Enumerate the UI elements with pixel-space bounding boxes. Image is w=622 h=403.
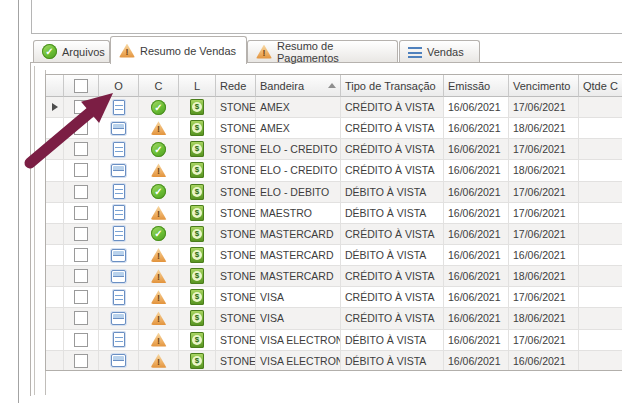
table-row[interactable]: STONE AMEX CRÉDITO À VISTA 16/06/2021 18… — [46, 118, 622, 139]
emissao-cell: 16/06/2021 — [444, 266, 509, 287]
tab-label: Arquivos — [62, 46, 105, 58]
tab-arquivos[interactable]: Arquivos — [33, 40, 110, 62]
header-c[interactable]: C — [139, 75, 179, 97]
emissao-cell: 16/06/2021 — [444, 160, 509, 181]
l-status-cell — [179, 139, 216, 160]
row-checkbox[interactable] — [74, 142, 88, 156]
money-icon — [190, 310, 204, 326]
tipo-cell: DÉBITO À VISTA — [341, 330, 444, 351]
row-checkbox-cell — [64, 97, 99, 118]
warning-icon — [151, 311, 167, 325]
qtde-cell — [579, 160, 622, 181]
tab-resumo-de-pagamentos[interactable]: Resumo de Pagamentos — [247, 40, 398, 62]
window-icon — [111, 249, 126, 262]
bandeira-cell: ELO - DEBITO — [256, 182, 341, 203]
qtde-cell — [579, 118, 622, 139]
header-indicator — [46, 75, 64, 97]
window-icon — [111, 164, 126, 177]
header-vencimento[interactable]: Vencimento — [509, 75, 579, 97]
warning-icon — [151, 333, 167, 347]
table-row[interactable]: STONE VISA CRÉDITO À VISTA 16/06/2021 17… — [46, 287, 622, 308]
row-checkbox[interactable] — [74, 100, 88, 114]
table-row[interactable]: STONE ELO - DEBITO DÉBITO À VISTA 16/06/… — [46, 182, 622, 203]
tipo-cell: CRÉDITO À VISTA — [341, 266, 444, 287]
table-row[interactable]: STONE MASTERCARD DÉBITO À VISTA 16/06/20… — [46, 245, 622, 266]
qtde-cell — [579, 266, 622, 287]
table-row[interactable]: STONE AMEX CRÉDITO À VISTA 16/06/2021 17… — [46, 97, 622, 118]
row-checkbox[interactable] — [74, 311, 88, 325]
header-bandeira[interactable]: Bandeira — [256, 75, 341, 97]
header-emissao[interactable]: Emissão — [444, 75, 509, 97]
table-row[interactable]: STONE MASTERCARD CRÉDITO À VISTA 16/06/2… — [46, 224, 622, 245]
emissao-cell: 16/06/2021 — [444, 308, 509, 329]
header-qtde[interactable]: Qtde C — [579, 75, 622, 97]
row-checkbox[interactable] — [74, 290, 88, 304]
row-checkbox[interactable] — [74, 333, 88, 347]
l-status-cell — [179, 308, 216, 329]
l-status-cell — [179, 330, 216, 351]
row-indicator-cell — [46, 224, 64, 245]
row-checkbox[interactable] — [74, 248, 88, 262]
money-icon — [190, 162, 204, 178]
rede-cell: STONE — [216, 118, 256, 139]
money-icon — [190, 99, 204, 115]
row-checkbox-cell — [64, 118, 99, 139]
tipo-cell: DÉBITO À VISTA — [341, 245, 444, 266]
warning-icon — [151, 248, 167, 262]
document-icon — [113, 332, 125, 347]
row-indicator-cell — [46, 203, 64, 224]
c-status-cell — [139, 266, 179, 287]
row-indicator-cell — [46, 118, 64, 139]
c-status-cell — [139, 182, 179, 203]
row-checkbox[interactable] — [74, 163, 88, 177]
table-row[interactable]: STONE ELO - CREDITO CRÉDITO À VISTA 16/0… — [46, 139, 622, 160]
header-rede[interactable]: Rede — [216, 75, 256, 97]
window-icon — [111, 354, 126, 367]
table-row[interactable]: STONE VISA ELECTRON DÉBITO À VISTA 16/06… — [46, 351, 622, 371]
tipo-cell: CRÉDITO À VISTA — [341, 160, 444, 181]
header-l[interactable]: L — [179, 75, 216, 97]
qtde-cell — [579, 203, 622, 224]
l-status-cell — [179, 97, 216, 118]
row-checkbox[interactable] — [74, 185, 88, 199]
table-row[interactable]: STONE VISA ELECTRON DÉBITO À VISTA 16/06… — [46, 330, 622, 351]
sort-ascending-icon — [328, 83, 336, 88]
o-status-cell — [99, 203, 139, 224]
rede-cell: STONE — [216, 245, 256, 266]
row-checkbox[interactable] — [74, 121, 88, 135]
tab-vendas[interactable]: Vendas — [399, 40, 480, 62]
table-row[interactable]: STONE VISA CRÉDITO À VISTA 16/06/2021 18… — [46, 308, 622, 329]
row-checkbox[interactable] — [74, 269, 88, 283]
vencimento-cell: 16/06/2021 — [509, 245, 579, 266]
select-all-checkbox[interactable] — [74, 79, 88, 93]
emissao-cell: 16/06/2021 — [444, 203, 509, 224]
header-tipo-de-transacao[interactable]: Tipo de Transação — [341, 75, 444, 97]
rede-cell: STONE — [216, 182, 256, 203]
table-row[interactable]: STONE ELO - CREDITO CRÉDITO À VISTA 16/0… — [46, 160, 622, 181]
check-circle-icon — [42, 44, 57, 59]
table-row[interactable]: STONE MASTERCARD CRÉDITO À VISTA 16/06/2… — [46, 266, 622, 287]
table-row[interactable]: STONE MAESTRO DÉBITO À VISTA 16/06/2021 … — [46, 203, 622, 224]
row-indicator-cell — [46, 266, 64, 287]
row-checkbox[interactable] — [74, 227, 88, 241]
header-select-all[interactable] — [64, 75, 99, 97]
rede-cell: STONE — [216, 160, 256, 181]
qtde-cell — [579, 287, 622, 308]
vencimento-cell: 18/06/2021 — [509, 266, 579, 287]
bandeira-cell: VISA — [256, 308, 341, 329]
tab-label: Resumo de Vendas — [140, 45, 236, 57]
ok-icon — [151, 226, 166, 241]
o-status-cell — [99, 266, 139, 287]
warning-icon — [256, 45, 272, 59]
row-checkbox[interactable] — [74, 354, 88, 368]
header-o[interactable]: O — [99, 75, 139, 97]
qtde-cell — [579, 245, 622, 266]
row-indicator-cell — [46, 97, 64, 118]
row-checkbox[interactable] — [74, 206, 88, 220]
money-icon — [190, 226, 204, 242]
tab-resumo-de-vendas[interactable]: Resumo de Vendas — [110, 36, 247, 64]
warning-icon — [151, 354, 167, 368]
c-status-cell — [139, 224, 179, 245]
qtde-cell — [579, 330, 622, 351]
rede-cell: STONE — [216, 287, 256, 308]
